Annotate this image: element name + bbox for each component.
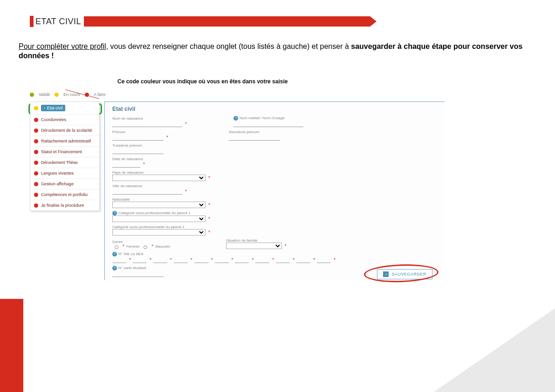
input-ine-5[interactable] — [194, 257, 208, 263]
label-situation: Situation de famille — [226, 238, 287, 243]
intro-text: Pour compléter votre profil, vous devrez… — [19, 42, 536, 61]
info-icon[interactable]: ? — [112, 252, 117, 257]
select-nationalite[interactable] — [112, 202, 206, 208]
radio-feminin[interactable] — [115, 245, 118, 249]
sidebar-item-rattachement[interactable]: Rattachement administratif — [30, 136, 99, 147]
sidebar-item-label: Je finalise la procédure — [41, 203, 84, 208]
label-prenom3: Troisième prénom — [112, 143, 164, 148]
dot-valid-icon — [30, 93, 34, 97]
sidebar-item-finalise[interactable]: Je finalise la procédure — [30, 200, 99, 210]
sidebar-item-label: Compétences et portfolio — [41, 192, 88, 197]
chevron-right-icon: › — [44, 106, 45, 110]
decor-corner-red — [0, 299, 23, 392]
required-icon: * — [185, 189, 187, 194]
status-dot-icon — [34, 128, 38, 133]
input-ine-6[interactable] — [215, 257, 229, 263]
label-csp1: ?Catégorie socio-professionnelle du pare… — [112, 211, 210, 216]
sidebar-item-etat-civil[interactable]: ›Etat civil — [30, 102, 99, 115]
select-pays-naiss[interactable] — [112, 175, 206, 181]
input-ine-9[interactable] — [276, 257, 290, 263]
input-date-naiss[interactable] — [112, 161, 140, 168]
select-csp1[interactable] — [112, 216, 206, 222]
input-ine-11[interactable] — [317, 257, 331, 263]
input-nom-naissance[interactable] — [112, 121, 182, 127]
label-nationalite: Nationalité — [112, 197, 210, 202]
section-title: ETAT CIVIL — [30, 16, 84, 27]
select-csp2[interactable] — [112, 229, 206, 236]
sidebar-item-label: Déroulement de la scolarité — [41, 128, 92, 133]
form-title: Etat civil — [112, 106, 437, 112]
status-dot-icon — [34, 203, 38, 208]
status-legend: Validé En cours A faire — [30, 92, 105, 97]
section-banner: ETAT CIVIL — [30, 16, 370, 27]
chevron-right-icon: › — [383, 271, 389, 277]
input-prenom3[interactable] — [112, 148, 164, 154]
sidebar-item-competences[interactable]: Compétences et portfolio — [30, 189, 99, 200]
sidebar-item-label: Statut et Financement — [41, 149, 82, 154]
label-ville-naiss: Ville de naissance — [112, 184, 187, 188]
label-prenom2: Deuxième prénom — [229, 130, 280, 134]
radio-masculin[interactable] — [144, 245, 147, 249]
label-prenom: Prénom — [112, 130, 168, 134]
sidebar-item-label: Rattachement administratif — [41, 139, 91, 143]
input-ville-naiss[interactable] — [112, 188, 182, 195]
input-ine-8[interactable] — [255, 257, 269, 263]
input-ine-10[interactable] — [296, 257, 310, 263]
input-carte-etudiant[interactable] — [112, 270, 164, 277]
sidebar-nav: ›Etat civil Coordonnées Déroulement de l… — [30, 101, 100, 211]
decor-corner-grey — [434, 308, 555, 392]
input-nom-marital[interactable] — [233, 121, 303, 127]
label-csp2: Catégorie socio-professionnelle du paren… — [112, 225, 210, 229]
label-date-naiss: Date de naissance — [112, 157, 145, 161]
sidebar-item-these[interactable]: Déroulement Thèse — [30, 157, 99, 168]
label-nom-naissance: Nom de naissance — [112, 116, 187, 121]
status-dot-icon — [34, 171, 38, 176]
sidebar-item-affichage[interactable]: Gestion affichage — [30, 179, 99, 189]
input-ine-3[interactable] — [153, 257, 167, 263]
info-icon[interactable]: ? — [112, 211, 117, 216]
status-dot-icon — [34, 161, 38, 165]
select-situation[interactable] — [226, 243, 282, 249]
required-icon: * — [208, 203, 210, 208]
sidebar-item-label: Etat civil — [47, 106, 63, 110]
input-ine-4[interactable] — [174, 257, 188, 263]
screenshot-area: ›Etat civil Coordonnées Déroulement de l… — [30, 99, 445, 280]
dot-todo-icon — [85, 93, 89, 97]
dot-progress-icon — [55, 93, 59, 97]
required-icon: * — [166, 135, 168, 140]
sidebar-item-financement[interactable]: Statut et Financement — [30, 147, 99, 157]
save-button[interactable]: › SAUVEGARDER — [377, 269, 432, 279]
sidebar-item-label: Gestion affichage — [41, 182, 74, 186]
sidebar-item-label: Langues vivantes — [41, 171, 74, 176]
input-ine-7[interactable] — [235, 257, 249, 263]
banner-ribbon — [84, 16, 370, 27]
info-icon[interactable]: ? — [233, 116, 238, 121]
required-icon: * — [208, 230, 210, 235]
sidebar-item-langues[interactable]: Langues vivantes — [30, 168, 99, 179]
required-icon: * — [143, 162, 145, 167]
status-dot-icon — [34, 182, 38, 186]
required-icon: * — [208, 176, 210, 181]
label-pays-naiss: Pays de naissance — [112, 170, 210, 175]
label-nom-marital: ?Nom marital / Nom d'usage — [233, 116, 303, 121]
input-prenom[interactable] — [112, 134, 164, 141]
sidebar-item-label: Déroulement Thèse — [41, 160, 78, 165]
save-area: › SAUVEGARDER — [377, 269, 432, 279]
required-icon: * — [285, 243, 287, 249]
info-icon[interactable]: ? — [112, 266, 117, 270]
status-dot-icon — [34, 118, 38, 122]
input-prenom2[interactable] — [229, 134, 280, 141]
status-dot-icon — [34, 139, 38, 143]
sidebar-item-label: Coordonnées — [41, 117, 66, 122]
status-dot-icon — [34, 193, 38, 197]
required-icon: * — [185, 122, 187, 127]
sidebar-item-scolarite[interactable]: Déroulement de la scolarité — [30, 125, 99, 136]
sidebar-item-coordonnees[interactable]: Coordonnées — [30, 115, 99, 125]
required-icon: * — [208, 216, 210, 222]
input-ine-2[interactable] — [133, 257, 147, 263]
label-ine: ?N° INE ou BEA — [112, 252, 336, 257]
form-panel: Etat civil Nom de naissance* ?Nom marita… — [104, 101, 445, 280]
save-label: SAUVEGARDER — [391, 272, 426, 277]
callout-color-code: Ce code couleur vous indique où vous en … — [117, 78, 288, 85]
input-ine-1[interactable] — [112, 257, 126, 263]
